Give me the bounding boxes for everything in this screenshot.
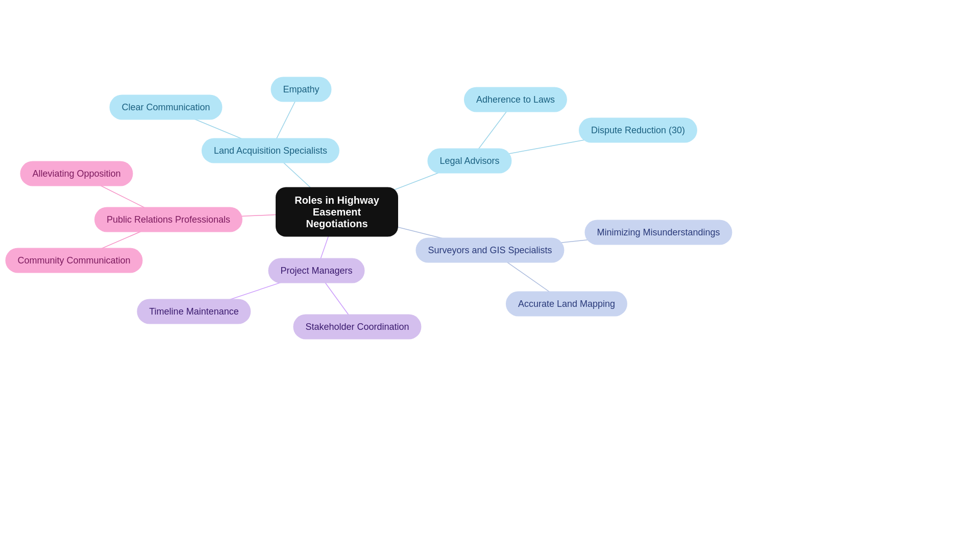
mindmap-container: Roles in Highway Easement NegotiationsLa… [0,0,980,553]
node-acc-map: Accurate Land Mapping [506,292,627,317]
node-pub-rel: Public Relations Professionals [94,207,242,232]
center-node: Roles in Highway Easement Negotiations [276,187,398,237]
connections-svg [0,0,980,553]
node-disp-red: Dispute Reduction (30) [579,118,697,143]
node-stakeholder: Stakeholder Coordination [293,315,421,340]
node-all-opp: Alleviating Opposition [20,161,133,186]
node-timeline: Timeline Maintenance [137,299,251,324]
node-surveyors: Surveyors and GIS Specialists [415,238,564,263]
node-clear-comm: Clear Communication [109,95,222,120]
node-adh-laws: Adherence to Laws [464,87,567,112]
node-empathy: Empathy [271,77,331,102]
node-min-mis: Minimizing Misunderstandings [584,220,732,245]
node-proj-mgr: Project Managers [268,258,364,283]
node-legal-adv: Legal Advisors [427,149,511,174]
node-comm-comm: Community Communication [5,248,142,273]
node-land-acq: Land Acquisition Specialists [202,138,339,163]
